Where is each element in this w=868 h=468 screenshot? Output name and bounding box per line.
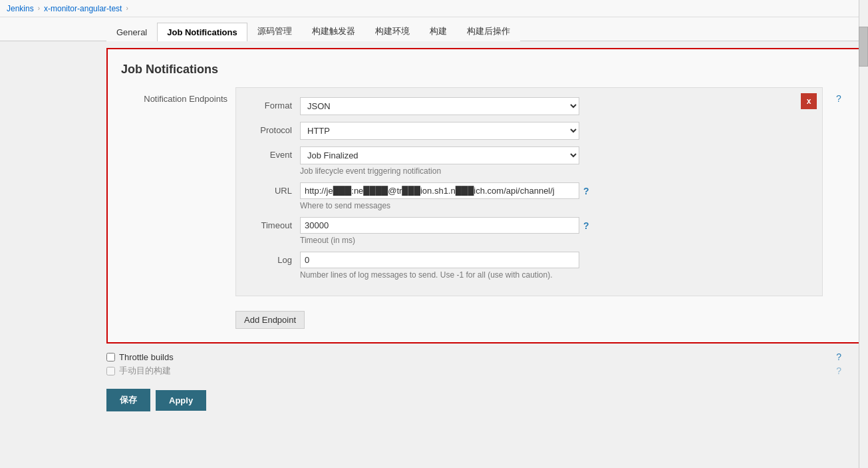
tab-job-notifications[interactable]: Job Notifications	[157, 23, 247, 41]
manual-build-help-icon[interactable]: ?	[836, 365, 841, 376]
tab-build[interactable]: 构建	[420, 21, 457, 41]
format-row: Format JSON XML	[247, 97, 811, 115]
throttle-checkbox[interactable]	[106, 353, 115, 361]
url-control: ? Where to send messages	[300, 182, 811, 210]
url-hint: Where to send messages	[300, 201, 811, 210]
timeout-input[interactable]: 30000	[300, 217, 579, 234]
tabs-bar: General Job Notifications 源码管理 构建触发器 构建环…	[0, 17, 868, 41]
timeout-label: Timeout	[247, 217, 300, 230]
protocol-control: HTTP HTTPS TCP UDP	[300, 122, 811, 140]
log-label: Log	[247, 252, 300, 265]
scrollbar-thumb[interactable]	[859, 27, 868, 67]
url-help-icon[interactable]: ?	[583, 186, 589, 196]
close-endpoint-button[interactable]: x	[801, 93, 817, 109]
scrollbar[interactable]	[859, 0, 868, 468]
breadcrumb: Jenkins › x-monitor-angular-test ›	[0, 0, 868, 17]
apply-button[interactable]: Apply	[156, 390, 206, 411]
format-select[interactable]: JSON XML	[300, 97, 579, 115]
notification-endpoints-label: Notification Endpoints	[121, 87, 227, 104]
panel-title: Job Notifications	[121, 63, 847, 77]
breadcrumb-jenkins[interactable]: Jenkins	[7, 4, 34, 13]
endpoint-help-icon[interactable]: ?	[831, 87, 847, 103]
add-endpoint-button[interactable]: Add Endpoint	[235, 311, 305, 329]
timeout-row: Timeout 30000 ? Timeout (in ms)	[247, 217, 811, 245]
url-input[interactable]	[300, 182, 579, 199]
protocol-select[interactable]: HTTP HTTPS TCP UDP	[300, 122, 579, 140]
format-label: Format	[247, 97, 300, 111]
log-row: Log 0 Number lines of log messages to se…	[247, 252, 811, 280]
log-control: 0 Number lines of log messages to send. …	[300, 252, 811, 280]
event-label: Event	[247, 146, 300, 160]
endpoint-row: Notification Endpoints x Format JSON XML	[121, 87, 847, 296]
chevron-icon-2: ›	[126, 5, 128, 12]
tab-build-trigger[interactable]: 构建触发器	[302, 21, 365, 41]
tab-build-env[interactable]: 构建环境	[365, 21, 420, 41]
url-row: URL ? Where to send messages	[247, 182, 811, 210]
log-input[interactable]: 0	[300, 252, 579, 268]
timeout-control: 30000 ? Timeout (in ms)	[300, 217, 811, 245]
main-content: Job Notifications Notification Endpoints…	[0, 41, 868, 468]
timeout-help-icon[interactable]: ?	[583, 220, 589, 231]
tab-general[interactable]: General	[106, 23, 157, 41]
event-control: Job Started Job Completed Job Finalized …	[300, 146, 811, 176]
manual-build-label: 手动目的构建	[119, 365, 171, 377]
bottom-buttons: 保存 Apply	[106, 379, 861, 411]
tab-source-mgmt[interactable]: 源码管理	[247, 21, 302, 41]
format-control: JSON XML	[300, 97, 811, 115]
protocol-row: Protocol HTTP HTTPS TCP UDP	[247, 122, 811, 140]
event-row: Event Job Started Job Completed Job Fina…	[247, 146, 811, 176]
tab-post-build[interactable]: 构建后操作	[457, 21, 520, 41]
url-label: URL	[247, 182, 300, 196]
job-notifications-panel: Job Notifications Notification Endpoints…	[106, 48, 861, 344]
event-select[interactable]: Job Started Job Completed Job Finalized …	[300, 146, 579, 164]
throttle-help-icon[interactable]: ?	[836, 351, 841, 362]
event-hint: Job lifecycle event triggering notificat…	[300, 166, 811, 176]
chevron-icon-1: ›	[38, 5, 40, 12]
endpoint-box: x Format JSON XML Protocol	[235, 87, 823, 296]
protocol-label: Protocol	[247, 122, 300, 135]
url-input-wrap: ?	[300, 182, 811, 199]
throttle-label: Throttle builds	[119, 352, 174, 362]
manual-build-checkbox[interactable]	[106, 367, 115, 375]
breadcrumb-project[interactable]: x-monitor-angular-test	[44, 4, 122, 13]
log-hint: Number lines of log messages to send. Us…	[300, 270, 811, 280]
timeout-hint: Timeout (in ms)	[300, 236, 811, 245]
save-button[interactable]: 保存	[106, 389, 150, 411]
